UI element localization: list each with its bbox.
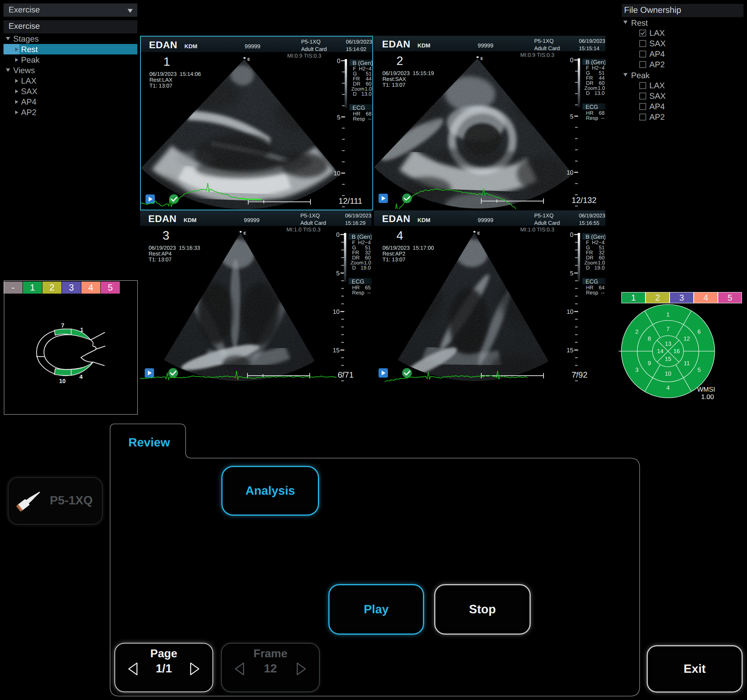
svg-text:P5-1XQ: P5-1XQ [534, 212, 554, 219]
svg-text:15:15:14: 15:15:14 [579, 46, 600, 51]
svg-text:13: 13 [665, 341, 672, 347]
svg-text:WMSI: WMSI [697, 386, 715, 393]
svg-text:5: 5 [570, 270, 573, 277]
svg-text:E: E [247, 58, 250, 62]
svg-text:12/111: 12/111 [338, 197, 362, 206]
svg-text:KDM: KDM [417, 217, 430, 224]
svg-text:3: 3 [635, 367, 638, 373]
svg-text:MI:0.9 TIS:0.3: MI:0.9 TIS:0.3 [287, 52, 321, 59]
svg-text:0: 0 [337, 58, 340, 65]
svg-text:Rest: Rest [631, 19, 648, 28]
svg-text:10: 10 [333, 309, 340, 315]
svg-text:13.0: 13.0 [361, 91, 372, 97]
svg-text:E: E [480, 57, 483, 61]
svg-text:LAX: LAX [649, 81, 665, 90]
svg-text:14: 14 [657, 348, 664, 355]
svg-text:99999: 99999 [245, 44, 260, 50]
svg-text:06/19/2023 15:16:33: 06/19/2023 15:16:33 [149, 245, 200, 251]
svg-text:T1: 13:07: T1: 13:07 [149, 256, 172, 262]
svg-text:Resp: Resp [352, 290, 365, 296]
svg-text:--: -- [601, 115, 605, 121]
svg-text:T1: 13:07: T1: 13:07 [382, 82, 405, 88]
svg-text:12/132: 12/132 [572, 196, 596, 205]
svg-text:Rest: Rest [21, 45, 38, 54]
svg-text:19.0: 19.0 [594, 265, 605, 271]
svg-text:E: E [244, 231, 246, 236]
svg-text:1.00: 1.00 [701, 393, 714, 401]
svg-text:5: 5 [698, 367, 701, 373]
svg-text:Views: Views [13, 66, 35, 75]
svg-text:MI:0.9 TIS:0.3: MI:0.9 TIS:0.3 [520, 52, 554, 58]
svg-text:06/19/2023: 06/19/2023 [345, 213, 372, 219]
svg-text:KDM: KDM [184, 217, 196, 224]
svg-text:ECG: ECG [586, 278, 598, 285]
svg-text:T1: 13:07: T1: 13:07 [382, 256, 405, 262]
svg-text:Stages: Stages [13, 35, 39, 44]
svg-text:4: 4 [79, 374, 83, 380]
svg-text:7: 7 [61, 322, 64, 329]
svg-text:SAX: SAX [649, 39, 666, 48]
svg-text:Rest:SAX: Rest:SAX [382, 76, 406, 82]
svg-text:Rest:LAX: Rest:LAX [149, 77, 173, 83]
svg-text:EDAN: EDAN [148, 214, 177, 224]
svg-text:SAX: SAX [21, 87, 37, 96]
svg-text:Adult Card: Adult Card [300, 220, 326, 226]
svg-text:2: 2 [635, 329, 638, 335]
svg-text:7/92: 7/92 [572, 371, 587, 380]
svg-text:P5-1XQ: P5-1XQ [534, 38, 554, 44]
svg-text:EDAN: EDAN [149, 40, 177, 51]
svg-text:Adult Card: Adult Card [534, 45, 560, 51]
svg-text:06/19/2023: 06/19/2023 [346, 39, 372, 45]
svg-text:15: 15 [566, 347, 573, 354]
svg-text:MI:1.0 TIS:0.3: MI:1.0 TIS:0.3 [286, 226, 321, 233]
svg-text:1: 1 [80, 327, 83, 333]
svg-text:LAX: LAX [649, 29, 665, 38]
svg-text:99999: 99999 [478, 217, 493, 224]
svg-text:0: 0 [570, 232, 573, 238]
svg-text:11: 11 [684, 360, 690, 367]
svg-text:4: 4 [396, 229, 403, 242]
svg-text:7: 7 [666, 326, 670, 332]
svg-text:6: 6 [698, 329, 701, 335]
svg-text:06/19/2023: 06/19/2023 [579, 213, 605, 219]
svg-text:MI:1.0 TIS:0.3: MI:1.0 TIS:0.3 [520, 226, 554, 233]
svg-text:10: 10 [566, 170, 573, 176]
svg-text:AP2: AP2 [21, 108, 37, 117]
svg-text:1: 1 [163, 55, 170, 68]
svg-text:15:14:02: 15:14:02 [346, 46, 366, 52]
svg-text:13.0: 13.0 [594, 90, 605, 96]
svg-text:Resp: Resp [353, 116, 365, 122]
svg-text:AP4: AP4 [21, 98, 37, 107]
svg-text:06/19/2023 15:15:19: 06/19/2023 15:15:19 [382, 70, 434, 76]
svg-text:Resp: Resp [586, 115, 598, 121]
svg-text:10: 10 [59, 378, 66, 385]
svg-text:Peak: Peak [21, 56, 40, 65]
svg-text:E: E [477, 231, 480, 236]
svg-text:15:16:29: 15:16:29 [345, 220, 366, 226]
svg-text:5: 5 [570, 114, 573, 120]
svg-text:0: 0 [336, 232, 340, 238]
svg-text:Peak: Peak [631, 71, 650, 80]
svg-text:15: 15 [333, 347, 340, 354]
svg-text:06/19/2023 15:17:00: 06/19/2023 15:17:00 [382, 245, 434, 251]
svg-text:AP2: AP2 [649, 113, 665, 122]
svg-text:ECG: ECG [352, 105, 365, 111]
svg-text:5: 5 [337, 114, 340, 121]
svg-text:06/19/2023 15:14:06: 06/19/2023 15:14:06 [149, 71, 201, 77]
svg-text:AP2: AP2 [649, 60, 665, 69]
svg-text:99999: 99999 [244, 217, 260, 224]
svg-text:Adult Card: Adult Card [301, 46, 327, 52]
svg-text:ECG: ECG [352, 278, 365, 285]
svg-text:SAX: SAX [649, 92, 666, 101]
svg-text:D: D [586, 265, 590, 271]
svg-text:D: D [352, 265, 356, 271]
svg-text:3: 3 [163, 229, 169, 242]
svg-text:9: 9 [648, 360, 651, 367]
svg-text:1: 1 [666, 312, 670, 318]
svg-text:KDM: KDM [417, 43, 430, 49]
svg-text:D: D [586, 90, 590, 96]
svg-text:06/19/2023: 06/19/2023 [579, 38, 605, 44]
svg-text:ECG: ECG [586, 104, 598, 110]
svg-text:15: 15 [665, 356, 672, 362]
svg-text:19.0: 19.0 [361, 265, 371, 271]
